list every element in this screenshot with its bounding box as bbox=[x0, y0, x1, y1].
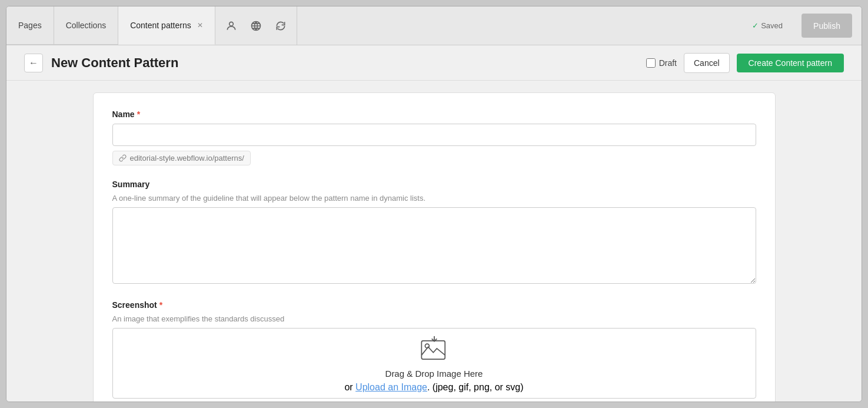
tab-content-patterns[interactable]: Content patterns ✕ bbox=[118, 6, 215, 45]
url-hint-text: editorial-style.webflow.io/patterns/ bbox=[130, 154, 244, 162]
name-field-group: Name * editorial-style.webflow.io/patter… bbox=[112, 110, 756, 165]
name-label: Name * bbox=[112, 110, 756, 119]
subheader-actions: Draft Cancel Create Content pattern bbox=[646, 53, 844, 73]
screenshot-required-star: * bbox=[159, 300, 162, 310]
form-card: Name * editorial-style.webflow.io/patter… bbox=[93, 92, 776, 402]
cancel-button[interactable]: Cancel bbox=[684, 53, 730, 73]
tab-collections-label: Collections bbox=[66, 21, 106, 30]
create-content-pattern-button[interactable]: Create Content pattern bbox=[737, 54, 844, 72]
tab-content-patterns-label: Content patterns bbox=[130, 21, 191, 30]
summary-textarea[interactable] bbox=[112, 207, 756, 284]
url-hint: editorial-style.webflow.io/patterns/ bbox=[112, 151, 251, 165]
subheader: ← New Content Pattern Draft Cancel Creat… bbox=[6, 45, 862, 81]
globe-icon[interactable] bbox=[245, 15, 267, 37]
tab-pages[interactable]: Pages bbox=[6, 6, 54, 45]
topbar-icon-group bbox=[215, 6, 297, 45]
drop-image-icon bbox=[419, 334, 450, 365]
app-window: Pages Collections Content patterns ✕ bbox=[6, 6, 862, 402]
tab-collections[interactable]: Collections bbox=[54, 6, 118, 45]
draft-checkbox[interactable] bbox=[646, 58, 656, 68]
user-icon[interactable] bbox=[220, 15, 242, 37]
name-input[interactable] bbox=[112, 124, 756, 146]
draft-checkbox-group: Draft bbox=[646, 58, 677, 68]
topbar: Pages Collections Content patterns ✕ bbox=[6, 6, 862, 45]
tab-close-icon[interactable]: ✕ bbox=[197, 21, 203, 29]
main-content: Name * editorial-style.webflow.io/patter… bbox=[6, 81, 862, 402]
screenshot-label: Screenshot * bbox=[112, 300, 756, 310]
svg-point-3 bbox=[425, 344, 429, 348]
back-button[interactable]: ← bbox=[24, 54, 43, 72]
summary-description: A one-line summary of the guideline that… bbox=[112, 194, 756, 203]
screenshot-field-group: Screenshot * An image that exemplifies t… bbox=[112, 300, 756, 399]
tab-pages-label: Pages bbox=[18, 21, 42, 30]
page-title: New Content Pattern bbox=[51, 55, 178, 71]
upload-link[interactable]: Upload an Image bbox=[355, 382, 427, 392]
name-required-star: * bbox=[137, 110, 140, 119]
saved-status: ✓ Saved bbox=[743, 6, 792, 45]
drop-subtext: or Upload an Image. (jpeg, gif, png, or … bbox=[344, 382, 523, 393]
summary-label: Summary bbox=[112, 180, 756, 189]
draft-label: Draft bbox=[659, 58, 677, 68]
svg-point-0 bbox=[229, 22, 233, 26]
drop-text: Drag & Drop Image Here bbox=[385, 369, 483, 379]
summary-field-group: Summary A one-line summary of the guidel… bbox=[112, 180, 756, 286]
publish-button[interactable]: Publish bbox=[802, 14, 852, 38]
screenshot-dropzone[interactable]: Drag & Drop Image Here or Upload an Imag… bbox=[112, 328, 756, 399]
screenshot-description: An image that exemplifies the standards … bbox=[112, 314, 756, 323]
saved-checkmark: ✓ bbox=[752, 21, 759, 30]
refresh-icon[interactable] bbox=[270, 15, 292, 37]
saved-label-text: Saved bbox=[761, 21, 783, 30]
back-arrow-icon: ← bbox=[29, 58, 38, 68]
